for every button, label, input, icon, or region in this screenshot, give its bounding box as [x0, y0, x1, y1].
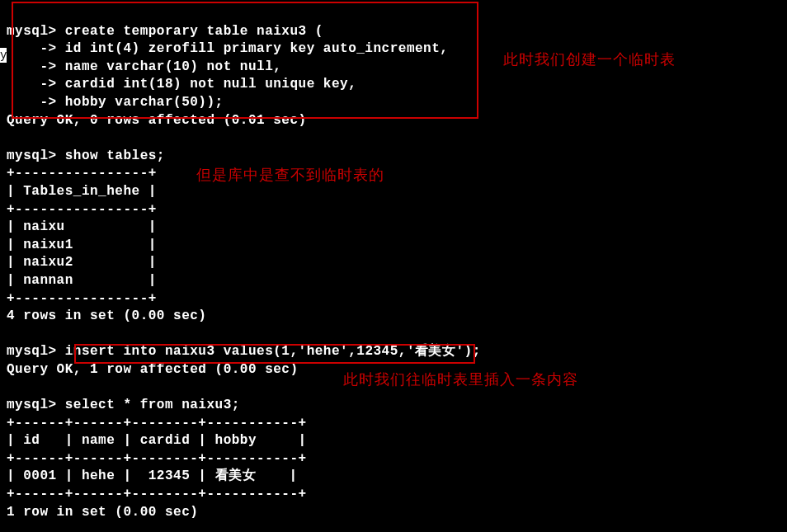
table-row: | 0001 | hehe | 12345 | 看美女 | — [7, 468, 298, 483]
table-row: | naixu1 | — [7, 238, 157, 252]
table-border: +----------------+ — [7, 202, 157, 217]
insert-result: Query OK, 1 row affected (0.00 sec) — [7, 362, 299, 377]
insert-cmd: insert into naixu3 values(1,'hehe',12345… — [65, 344, 481, 359]
table-border: +------+------+--------+-----------+ — [7, 451, 307, 466]
select-cmd: mysql> select * from naixu3; — [7, 398, 240, 412]
create-table-line-1: mysql> create temporary table naixu3 ( — [7, 24, 323, 39]
create-table-line-2: -> id int(4) zerofill primary key auto_i… — [7, 41, 448, 56]
mysql-terminal: mysql> create temporary table naixu3 ( -… — [0, 0, 787, 526]
annotation-insert-content: 此时我们往临时表里插入一条内容 — [343, 370, 578, 389]
create-table-line-3: -> name varchar(10) not null, — [7, 59, 281, 74]
table-row: | nannan | — [7, 273, 157, 288]
stray-char: y — [0, 48, 7, 63]
table-header: | id | name | cardid | hobby | — [7, 433, 307, 448]
annotation-not-visible: 但是库中是查不到临时表的 — [196, 165, 384, 185]
table-row: | naixu2 | — [7, 255, 157, 270]
table-border: +----------------+ — [7, 291, 157, 306]
insert-prompt: mysql> — [7, 344, 65, 359]
table-row: | naixu | — [7, 219, 157, 234]
table-border: +------+------+--------+-----------+ — [7, 487, 307, 501]
create-table-line-5: -> hobby varchar(50)); — [7, 95, 224, 110]
annotation-create-temp-table: 此时我们创建一个临时表 — [503, 49, 676, 69]
table-header: | Tables_in_hehe | — [7, 184, 157, 199]
create-table-line-4: -> cardid int(18) not null unique key, — [7, 77, 356, 92]
table-border: +------+------+--------+-----------+ — [7, 416, 307, 431]
select-result: 1 row in set (0.00 sec) — [7, 505, 198, 520]
table-border: +----------------+ — [7, 166, 157, 181]
create-table-result: Query OK, 0 rows affected (0.01 sec) — [7, 113, 307, 128]
show-tables-result: 4 rows in set (0.00 sec) — [7, 308, 206, 323]
show-tables-cmd: mysql> show tables; — [7, 148, 165, 163]
